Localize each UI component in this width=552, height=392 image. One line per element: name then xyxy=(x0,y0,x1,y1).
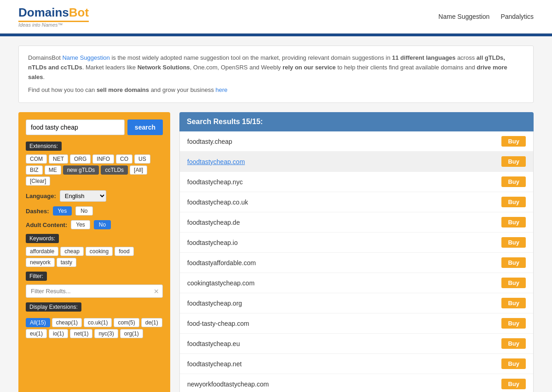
header: Domains Bot Ideas into Names™ Name Sugge… xyxy=(0,0,552,34)
extensions-tags: COM NET ORG INFO CO US BIZ ME new gTLDs … xyxy=(26,154,163,186)
language-section: Language: English Spanish French German … xyxy=(26,190,163,202)
result-row: food-tasty-cheap.com Buy xyxy=(180,313,533,334)
kw-affordable[interactable]: affordable xyxy=(26,247,58,256)
disp-ext-all[interactable]: All(15) xyxy=(26,318,50,327)
buy-button[interactable]: Buy xyxy=(501,298,526,308)
disp-ext-net[interactable]: net(1) xyxy=(70,329,92,338)
domain-name: foodtastycheap.co.uk xyxy=(187,199,248,206)
ext-us[interactable]: US xyxy=(134,154,150,164)
buy-button[interactable]: Buy xyxy=(501,217,526,227)
kw-tasty[interactable]: tasty xyxy=(57,258,76,267)
disp-ext-cheap[interactable]: cheap(1) xyxy=(52,318,82,327)
buy-button[interactable]: Buy xyxy=(501,136,526,147)
adult-no-button[interactable]: No xyxy=(94,220,111,229)
display-extensions-section: Display Extensions: All(15) cheap(1) co.… xyxy=(26,302,163,338)
domain-name: foodtastycheap.io xyxy=(187,239,238,246)
extensions-label: Extensions: xyxy=(26,142,62,151)
info-link-here[interactable]: here xyxy=(216,86,228,93)
buy-button[interactable]: Buy xyxy=(501,278,526,288)
nav-name-suggestion[interactable]: Name Suggestion xyxy=(438,13,489,20)
ext-all[interactable]: [All] xyxy=(130,165,147,175)
buy-button[interactable]: Buy xyxy=(501,176,526,187)
result-row: foodtastycheap.com Buy xyxy=(180,152,533,172)
domain-name: foodtastycheap.net xyxy=(187,360,242,368)
buy-button[interactable]: Buy xyxy=(501,237,526,248)
disp-ext-eu[interactable]: eu(1) xyxy=(26,329,47,338)
result-row: foodtastyaffordable.com Buy xyxy=(180,253,533,273)
ext-org[interactable]: ORG xyxy=(70,154,91,164)
disp-ext-io[interactable]: io(1) xyxy=(49,329,68,338)
dashes-yes-button[interactable]: Yes xyxy=(53,206,72,216)
results-header: Search Results 15/15: xyxy=(179,112,534,131)
ext-net[interactable]: NET xyxy=(49,154,68,164)
keywords-label: Keywords: xyxy=(26,234,59,243)
adult-section: Adult Content: Yes No xyxy=(26,220,163,229)
result-row: cookingtastycheap.com Buy xyxy=(180,273,533,293)
disp-ext-de[interactable]: de(1) xyxy=(141,318,162,327)
ext-biz[interactable]: BIZ xyxy=(26,165,43,175)
display-extensions-tags: All(15) cheap(1) co.uk(1) com(5) de(1) e… xyxy=(26,318,163,338)
buy-button[interactable]: Buy xyxy=(501,318,526,329)
disp-ext-couk[interactable]: co.uk(1) xyxy=(84,318,112,327)
ext-new-gtlds[interactable]: new gTLDs xyxy=(63,165,99,175)
info-link-name-suggestion[interactable]: Name Suggestion xyxy=(62,54,109,61)
ext-cctlds[interactable]: ccTLDs xyxy=(101,165,128,175)
buy-button[interactable]: Buy xyxy=(501,156,526,167)
logo-tagline: Ideas into Names™ xyxy=(18,22,89,28)
kw-cheap[interactable]: cheap xyxy=(60,247,84,256)
search-row: search xyxy=(26,119,163,135)
kw-food[interactable]: food xyxy=(115,247,133,256)
logo-bot: Bot xyxy=(69,6,89,20)
right-panel: Search Results 15/15: foodtasty.cheap Bu… xyxy=(179,112,534,392)
domain-name: foodtastycheap.de xyxy=(187,219,240,226)
domain-name: cookingtastycheap.com xyxy=(187,279,254,287)
adult-yes-button[interactable]: Yes xyxy=(71,220,90,229)
domain-name: foodtastyaffordable.com xyxy=(187,259,256,267)
extensions-section: Extensions: COM NET ORG INFO CO US BIZ M… xyxy=(26,142,163,186)
disp-ext-nyc[interactable]: nyc(3) xyxy=(94,329,118,338)
result-row: foodtastycheap.eu Buy xyxy=(180,334,533,354)
result-row: foodtastycheap.de Buy xyxy=(180,212,533,233)
info-box: DomainsBot Name Suggestion is the most w… xyxy=(18,45,534,103)
keywords-section: Keywords: affordable cheap cooking food … xyxy=(26,234,163,267)
language-select[interactable]: English Spanish French German Italian Po… xyxy=(60,190,106,202)
kw-newyork[interactable]: newyork xyxy=(26,258,55,267)
ext-co[interactable]: CO xyxy=(116,154,132,164)
domain-name: foodtastycheap.org xyxy=(187,300,242,307)
ext-me[interactable]: ME xyxy=(45,165,61,175)
domain-name: newyorkfoodtastycheap.com xyxy=(187,381,269,388)
domain-name-link[interactable]: foodtastycheap.com xyxy=(187,158,245,165)
result-row: foodtastycheap.nyc Buy xyxy=(180,172,533,192)
search-input[interactable] xyxy=(26,119,125,135)
search-button[interactable]: search xyxy=(127,119,163,135)
disp-ext-com[interactable]: com(5) xyxy=(114,318,139,327)
ext-com[interactable]: COM xyxy=(26,154,47,164)
buy-button[interactable]: Buy xyxy=(501,358,526,369)
kw-cooking[interactable]: cooking xyxy=(86,247,113,256)
filter-label: Filter: xyxy=(26,272,47,281)
ext-clear[interactable]: [Clear] xyxy=(26,176,50,186)
logo: Domains Bot Ideas into Names™ xyxy=(18,6,89,28)
result-row: foodtastycheap.org Buy xyxy=(180,293,533,313)
ext-info[interactable]: INFO xyxy=(92,154,114,164)
buy-button[interactable]: Buy xyxy=(501,197,526,207)
domain-name: food-tasty-cheap.com xyxy=(187,320,249,327)
nav-pandalytics[interactable]: Pandalytics xyxy=(500,13,534,20)
dashes-section: Dashes: Yes No xyxy=(26,206,163,216)
main-content: search Extensions: COM NET ORG INFO CO U… xyxy=(18,112,534,392)
buy-button[interactable]: Buy xyxy=(501,379,526,389)
language-label: Language: xyxy=(26,193,56,199)
buy-button[interactable]: Buy xyxy=(501,338,526,349)
domain-name: foodtasty.cheap xyxy=(187,138,232,145)
filter-input[interactable] xyxy=(26,284,163,298)
domain-name: foodtastycheap.nyc xyxy=(187,178,243,186)
result-row: foodtastycheap.co.uk Buy xyxy=(180,192,533,212)
disp-ext-org[interactable]: org(1) xyxy=(120,329,143,338)
filter-section: Filter: ✕ xyxy=(26,272,163,298)
adult-label: Adult Content: xyxy=(26,222,67,228)
left-panel: search Extensions: COM NET ORG INFO CO U… xyxy=(18,112,170,392)
keywords-tags: affordable cheap cooking food newyork ta… xyxy=(26,247,163,267)
buy-button[interactable]: Buy xyxy=(501,257,526,268)
filter-clear-icon[interactable]: ✕ xyxy=(154,288,159,295)
dashes-no-button[interactable]: No xyxy=(75,206,92,216)
